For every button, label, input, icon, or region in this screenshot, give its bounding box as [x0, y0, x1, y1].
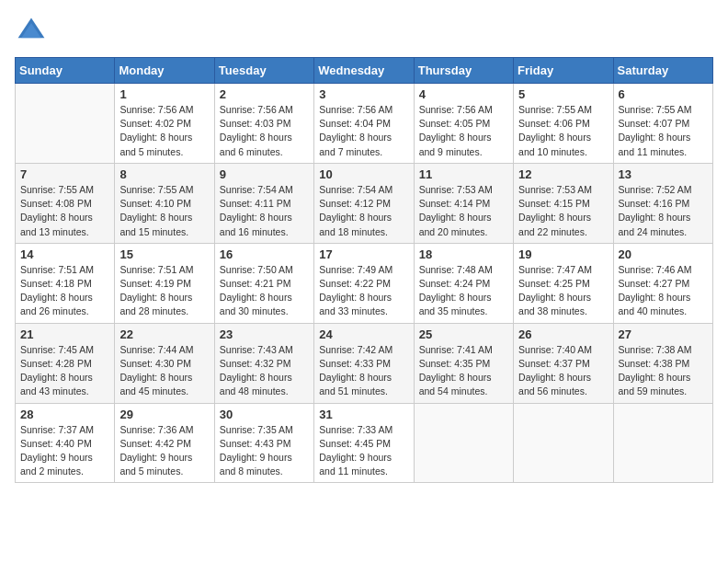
day-info: Sunrise: 7:40 AM Sunset: 4:37 PM Dayligh… — [518, 343, 608, 399]
calendar-day-cell — [514, 403, 613, 483]
calendar-day-cell: 11Sunrise: 7:53 AM Sunset: 4:14 PM Dayli… — [414, 163, 513, 243]
day-number: 12 — [518, 167, 608, 181]
day-info: Sunrise: 7:51 AM Sunset: 4:18 PM Dayligh… — [20, 263, 109, 319]
calendar-day-cell: 4Sunrise: 7:56 AM Sunset: 4:05 PM Daylig… — [414, 84, 513, 164]
calendar-day-cell — [414, 403, 513, 483]
calendar-day-header: Sunday — [16, 58, 115, 84]
day-info: Sunrise: 7:53 AM Sunset: 4:14 PM Dayligh… — [419, 183, 508, 239]
day-number: 2 — [220, 87, 309, 101]
calendar-week-row: 21Sunrise: 7:45 AM Sunset: 4:28 PM Dayli… — [16, 323, 713, 403]
day-number: 20 — [619, 247, 708, 261]
logo-icon — [15, 15, 48, 48]
calendar-week-row: 7Sunrise: 7:55 AM Sunset: 4:08 PM Daylig… — [16, 163, 713, 243]
day-info: Sunrise: 7:56 AM Sunset: 4:02 PM Dayligh… — [119, 103, 209, 159]
day-info: Sunrise: 7:33 AM Sunset: 4:45 PM Dayligh… — [319, 423, 408, 479]
calendar-table: SundayMondayTuesdayWednesdayThursdayFrid… — [15, 57, 713, 483]
day-number: 29 — [119, 408, 209, 421]
day-number: 21 — [20, 327, 109, 341]
calendar-day-cell: 29Sunrise: 7:36 AM Sunset: 4:42 PM Dayli… — [115, 403, 214, 483]
day-number: 7 — [20, 167, 109, 181]
calendar-day-cell: 16Sunrise: 7:50 AM Sunset: 4:21 PM Dayli… — [214, 243, 313, 323]
day-number: 5 — [518, 87, 608, 101]
day-number: 1 — [119, 87, 209, 101]
day-info: Sunrise: 7:37 AM Sunset: 4:40 PM Dayligh… — [20, 423, 109, 479]
calendar-day-header: Friday — [514, 58, 613, 84]
calendar-day-cell — [613, 403, 712, 483]
day-info: Sunrise: 7:53 AM Sunset: 4:15 PM Dayligh… — [518, 183, 608, 239]
day-info: Sunrise: 7:52 AM Sunset: 4:16 PM Dayligh… — [619, 183, 708, 239]
day-number: 26 — [518, 327, 608, 341]
day-info: Sunrise: 7:45 AM Sunset: 4:28 PM Dayligh… — [20, 343, 109, 399]
day-info: Sunrise: 7:55 AM Sunset: 4:07 PM Dayligh… — [619, 103, 708, 159]
day-info: Sunrise: 7:44 AM Sunset: 4:30 PM Dayligh… — [119, 343, 209, 399]
day-number: 14 — [20, 247, 109, 261]
day-number: 4 — [419, 87, 508, 101]
day-number: 18 — [419, 247, 508, 261]
calendar-week-row: 1Sunrise: 7:56 AM Sunset: 4:02 PM Daylig… — [16, 84, 713, 164]
day-info: Sunrise: 7:55 AM Sunset: 4:10 PM Dayligh… — [119, 183, 209, 239]
day-number: 11 — [419, 167, 508, 181]
calendar-week-row: 28Sunrise: 7:37 AM Sunset: 4:40 PM Dayli… — [16, 403, 713, 483]
calendar-day-cell: 28Sunrise: 7:37 AM Sunset: 4:40 PM Dayli… — [16, 403, 115, 483]
calendar-body: 1Sunrise: 7:56 AM Sunset: 4:02 PM Daylig… — [16, 84, 713, 483]
day-number: 23 — [220, 327, 309, 341]
day-number: 13 — [619, 167, 708, 181]
calendar-week-row: 14Sunrise: 7:51 AM Sunset: 4:18 PM Dayli… — [16, 243, 713, 323]
day-number: 16 — [220, 247, 309, 261]
day-info: Sunrise: 7:38 AM Sunset: 4:38 PM Dayligh… — [619, 343, 708, 399]
day-info: Sunrise: 7:56 AM Sunset: 4:03 PM Dayligh… — [220, 103, 309, 159]
day-info: Sunrise: 7:49 AM Sunset: 4:22 PM Dayligh… — [319, 263, 408, 319]
day-info: Sunrise: 7:51 AM Sunset: 4:19 PM Dayligh… — [119, 263, 209, 319]
day-info: Sunrise: 7:36 AM Sunset: 4:42 PM Dayligh… — [119, 423, 209, 479]
calendar-day-cell: 21Sunrise: 7:45 AM Sunset: 4:28 PM Dayli… — [16, 323, 115, 403]
calendar-day-header: Wednesday — [314, 58, 414, 84]
day-number: 3 — [319, 87, 408, 101]
calendar-day-cell: 26Sunrise: 7:40 AM Sunset: 4:37 PM Dayli… — [514, 323, 613, 403]
calendar-day-cell: 18Sunrise: 7:48 AM Sunset: 4:24 PM Dayli… — [414, 243, 513, 323]
calendar-day-cell: 13Sunrise: 7:52 AM Sunset: 4:16 PM Dayli… — [613, 163, 712, 243]
day-number: 27 — [619, 327, 708, 341]
day-number: 31 — [319, 408, 408, 421]
calendar-day-cell: 14Sunrise: 7:51 AM Sunset: 4:18 PM Dayli… — [16, 243, 115, 323]
day-number: 22 — [119, 327, 209, 341]
calendar-day-cell: 23Sunrise: 7:43 AM Sunset: 4:32 PM Dayli… — [214, 323, 313, 403]
day-number: 19 — [518, 247, 608, 261]
day-number: 24 — [319, 327, 408, 341]
day-info: Sunrise: 7:46 AM Sunset: 4:27 PM Dayligh… — [619, 263, 708, 319]
day-number: 9 — [220, 167, 309, 181]
calendar-day-cell: 30Sunrise: 7:35 AM Sunset: 4:43 PM Dayli… — [214, 403, 313, 483]
day-number: 28 — [20, 408, 109, 421]
calendar-day-cell: 6Sunrise: 7:55 AM Sunset: 4:07 PM Daylig… — [613, 84, 712, 164]
calendar-day-cell: 20Sunrise: 7:46 AM Sunset: 4:27 PM Dayli… — [613, 243, 712, 323]
calendar-day-cell: 3Sunrise: 7:56 AM Sunset: 4:04 PM Daylig… — [314, 84, 414, 164]
calendar-day-header: Saturday — [613, 58, 712, 84]
calendar-day-header: Tuesday — [214, 58, 313, 84]
calendar-day-cell: 17Sunrise: 7:49 AM Sunset: 4:22 PM Dayli… — [314, 243, 414, 323]
calendar-day-cell: 25Sunrise: 7:41 AM Sunset: 4:35 PM Dayli… — [414, 323, 513, 403]
calendar-day-cell: 19Sunrise: 7:47 AM Sunset: 4:25 PM Dayli… — [514, 243, 613, 323]
day-number: 8 — [119, 167, 209, 181]
day-info: Sunrise: 7:43 AM Sunset: 4:32 PM Dayligh… — [220, 343, 309, 399]
calendar-day-header: Monday — [115, 58, 214, 84]
day-info: Sunrise: 7:41 AM Sunset: 4:35 PM Dayligh… — [419, 343, 508, 399]
day-info: Sunrise: 7:50 AM Sunset: 4:21 PM Dayligh… — [220, 263, 309, 319]
day-number: 17 — [319, 247, 408, 261]
day-info: Sunrise: 7:35 AM Sunset: 4:43 PM Dayligh… — [220, 423, 309, 479]
day-info: Sunrise: 7:42 AM Sunset: 4:33 PM Dayligh… — [319, 343, 408, 399]
day-info: Sunrise: 7:54 AM Sunset: 4:12 PM Dayligh… — [319, 183, 408, 239]
calendar-day-cell: 31Sunrise: 7:33 AM Sunset: 4:45 PM Dayli… — [314, 403, 414, 483]
page-header — [15, 15, 713, 48]
day-number: 25 — [419, 327, 508, 341]
day-info: Sunrise: 7:48 AM Sunset: 4:24 PM Dayligh… — [419, 263, 508, 319]
day-number: 6 — [619, 87, 708, 101]
calendar-day-cell: 10Sunrise: 7:54 AM Sunset: 4:12 PM Dayli… — [314, 163, 414, 243]
calendar-day-cell: 9Sunrise: 7:54 AM Sunset: 4:11 PM Daylig… — [214, 163, 313, 243]
calendar-day-header: Thursday — [414, 58, 513, 84]
calendar-day-cell: 8Sunrise: 7:55 AM Sunset: 4:10 PM Daylig… — [115, 163, 214, 243]
calendar-day-cell: 24Sunrise: 7:42 AM Sunset: 4:33 PM Dayli… — [314, 323, 414, 403]
day-info: Sunrise: 7:55 AM Sunset: 4:08 PM Dayligh… — [20, 183, 109, 239]
calendar-day-cell: 12Sunrise: 7:53 AM Sunset: 4:15 PM Dayli… — [514, 163, 613, 243]
day-info: Sunrise: 7:56 AM Sunset: 4:04 PM Dayligh… — [319, 103, 408, 159]
day-info: Sunrise: 7:56 AM Sunset: 4:05 PM Dayligh… — [419, 103, 508, 159]
calendar-day-cell: 7Sunrise: 7:55 AM Sunset: 4:08 PM Daylig… — [16, 163, 115, 243]
